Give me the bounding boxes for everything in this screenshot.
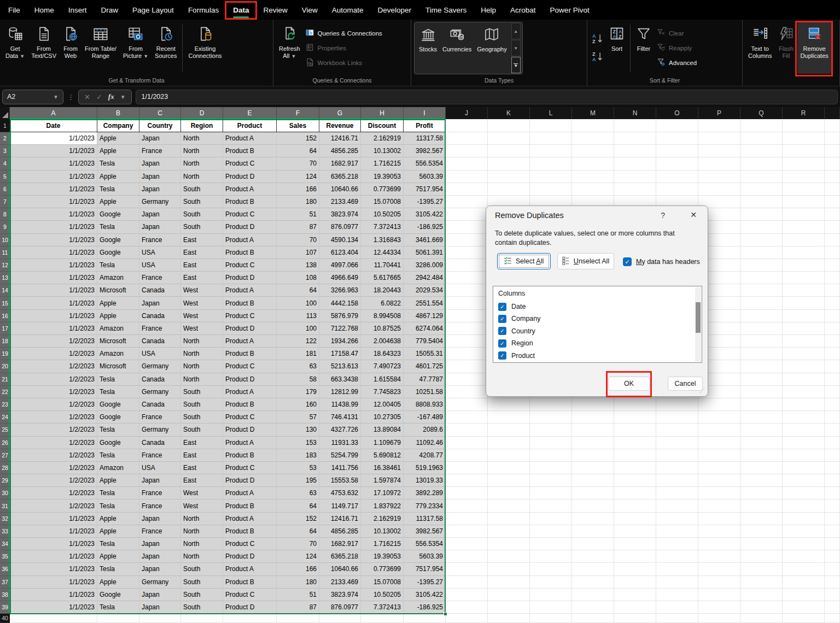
cell-R14[interactable] xyxy=(783,284,825,297)
cell-C7[interactable]: Germany xyxy=(139,196,181,208)
cell-G21[interactable]: 663.3438 xyxy=(319,373,361,386)
cell-F18[interactable]: 122 xyxy=(277,335,319,348)
cell-G36[interactable]: 10640.66 xyxy=(319,563,361,575)
cell-H7[interactable]: 15.07008 xyxy=(361,196,404,208)
row-header-2[interactable]: 2 xyxy=(0,132,10,145)
cell-D35[interactable]: North xyxy=(181,550,223,563)
cell-D17[interactable]: West xyxy=(181,322,223,335)
formula-input[interactable]: 1/1/2023 xyxy=(136,90,838,104)
cell-B5[interactable]: Apple xyxy=(97,171,139,183)
remove-duplicates-button[interactable]: Remove Duplicates xyxy=(797,22,831,74)
row-header-9[interactable]: 9 xyxy=(0,221,10,233)
cell-R24[interactable] xyxy=(783,411,825,424)
cell-C2[interactable]: Japan xyxy=(139,132,181,145)
cell-L6[interactable] xyxy=(530,183,572,196)
cell-G8[interactable]: 3823.974 xyxy=(319,208,361,221)
cell-R19[interactable] xyxy=(783,348,825,360)
cell-J37[interactable] xyxy=(446,576,488,589)
cell-J30[interactable] xyxy=(446,487,488,499)
cell-H1[interactable]: Discount xyxy=(361,119,404,132)
cell-I40[interactable] xyxy=(404,614,446,623)
cell-O38[interactable] xyxy=(656,589,698,601)
cell-E19[interactable]: Product B xyxy=(223,348,277,360)
chevron-down-icon[interactable]: ▼ xyxy=(120,94,126,100)
cell-Q38[interactable] xyxy=(740,589,783,601)
cell-E29[interactable]: Product D xyxy=(223,474,277,487)
cell-partial[interactable] xyxy=(825,386,840,398)
cell-C18[interactable]: Canada xyxy=(139,335,181,348)
cell-I8[interactable]: 3105.422 xyxy=(404,208,446,221)
cell-C26[interactable]: Canada xyxy=(139,437,181,449)
cell-A35[interactable]: 1/1/2023 xyxy=(10,550,97,563)
row-header-25[interactable]: 25 xyxy=(0,424,10,436)
row-header-36[interactable]: 36 xyxy=(0,563,10,575)
cell-G4[interactable]: 1682.917 xyxy=(319,157,361,170)
cell-Q27[interactable] xyxy=(740,449,783,462)
menu-page-layout[interactable]: Page Layout xyxy=(125,0,181,20)
cell-partial[interactable] xyxy=(825,538,840,550)
menu-draw[interactable]: Draw xyxy=(94,0,126,20)
cell-M3[interactable] xyxy=(572,145,614,157)
cell-E11[interactable]: Product B xyxy=(223,246,277,259)
cell-K6[interactable] xyxy=(488,183,530,196)
row-header-37[interactable]: 37 xyxy=(0,576,10,589)
cell-H8[interactable]: 10.50205 xyxy=(361,208,404,221)
cell-D2[interactable]: North xyxy=(181,132,223,145)
cell-I19[interactable]: 15055.31 xyxy=(404,348,446,360)
cell-J39[interactable] xyxy=(446,601,488,614)
cell-C35[interactable]: Japan xyxy=(139,550,181,563)
cell-K32[interactable] xyxy=(488,513,530,525)
cell-G39[interactable]: 876.0977 xyxy=(319,601,361,614)
cell-N28[interactable] xyxy=(614,462,656,474)
cell-B14[interactable]: Microsoft xyxy=(97,284,139,297)
cell-partial[interactable] xyxy=(825,360,840,373)
cell-N33[interactable] xyxy=(614,525,656,538)
cell-C9[interactable]: Japan xyxy=(139,221,181,233)
cell-Q19[interactable] xyxy=(740,348,783,360)
column-option-region[interactable]: ✓Region xyxy=(498,338,533,349)
cell-K2[interactable] xyxy=(488,132,530,145)
cell-E36[interactable]: Product A xyxy=(223,563,277,575)
cell-partial[interactable] xyxy=(825,601,840,614)
cell-J2[interactable] xyxy=(446,132,488,145)
cell-F22[interactable]: 179 xyxy=(277,386,319,398)
cell-E8[interactable]: Product C xyxy=(223,208,277,221)
cell-I10[interactable]: 3461.669 xyxy=(404,234,446,246)
row-header-35[interactable]: 35 xyxy=(0,550,10,563)
cell-D6[interactable]: South xyxy=(181,183,223,196)
cell-O28[interactable] xyxy=(656,462,698,474)
cell-E24[interactable]: Product C xyxy=(223,411,277,424)
cell-C32[interactable]: Japan xyxy=(139,513,181,525)
cell-J27[interactable] xyxy=(446,449,488,462)
cell-P39[interactable] xyxy=(698,601,740,614)
cell-Q21[interactable] xyxy=(740,373,783,386)
cell-E9[interactable]: Product D xyxy=(223,221,277,233)
cell-partial[interactable] xyxy=(825,310,840,322)
cell-N6[interactable] xyxy=(614,183,656,196)
cell-I26[interactable]: 11092.46 xyxy=(404,437,446,449)
cell-M33[interactable] xyxy=(572,525,614,538)
cell-B9[interactable]: Tesla xyxy=(97,221,139,233)
unselect-all-button[interactable]: Unselect All xyxy=(557,253,614,269)
cell-N24[interactable] xyxy=(614,411,656,424)
cell-J7[interactable] xyxy=(446,196,488,208)
cell-K29[interactable] xyxy=(488,474,530,487)
cell-R4[interactable] xyxy=(783,157,825,170)
row-header-13[interactable]: 13 xyxy=(0,272,10,284)
cell-A37[interactable]: 1/1/2023 xyxy=(10,576,97,589)
cell-G3[interactable]: 4856.285 xyxy=(319,145,361,157)
cell-Q31[interactable] xyxy=(740,499,783,512)
cell-R29[interactable] xyxy=(783,474,825,487)
cell-M6[interactable] xyxy=(572,183,614,196)
fill-handle[interactable] xyxy=(444,612,447,616)
cell-H15[interactable]: 6.0822 xyxy=(361,297,404,309)
cell-Q18[interactable] xyxy=(740,335,783,348)
cell-M30[interactable] xyxy=(572,487,614,499)
cell-N32[interactable] xyxy=(614,513,656,525)
row-header-22[interactable]: 22 xyxy=(0,386,10,398)
cell-H32[interactable]: 2.162919 xyxy=(361,513,404,525)
cell-A3[interactable]: 1/1/2023 xyxy=(10,145,97,157)
cell-F6[interactable]: 166 xyxy=(277,183,319,196)
from-text-csv-button[interactable]: From Text/CSV xyxy=(28,22,59,74)
geography-button[interactable]: Geography xyxy=(474,23,509,74)
